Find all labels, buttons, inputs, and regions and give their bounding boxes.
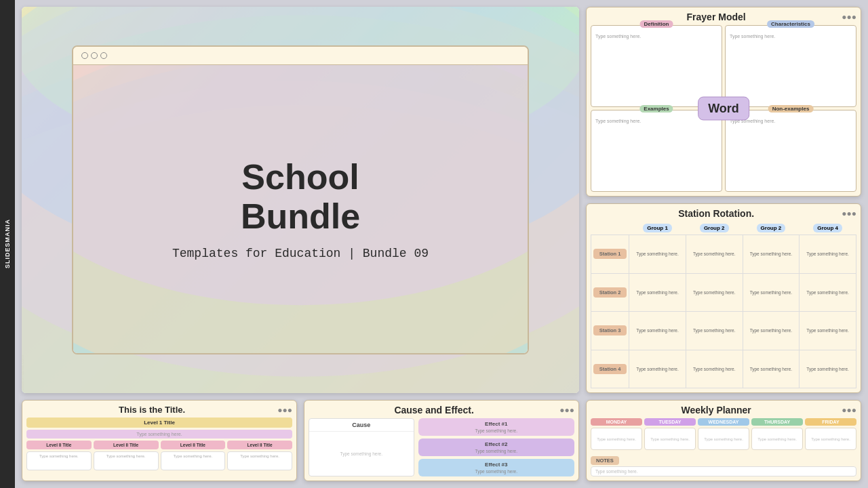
outline-level2-2: Level II Title [94,441,159,449]
table-row: Station 1 Type something here. Type some… [591,235,856,274]
slide1-main-title: SchoolBundle [241,158,360,235]
effect1-label: Effect #1 [485,421,507,427]
station1-label: Station 1 [593,249,627,259]
slide6-window-controls: ●●● [842,405,856,415]
station-group2-header: Group 2 [686,222,743,235]
slide5-header: Cause and Effect. ●●● [309,405,574,415]
station3-g4: Type something here. [800,312,856,350]
slide3-title: Station Rotation. [591,208,842,219]
station1-g4: Type something here. [800,235,856,274]
notes-input: Type something here. [591,466,856,476]
station-group4-header: Group 4 [800,222,856,235]
slide2-header: Frayer Model ●●● [591,12,856,22]
station-group1-header: Group 1 [629,222,686,235]
slide4-title: This is the Title. [26,405,277,415]
frayer-nonex-text: Type something here. [730,119,852,123]
outline-level3-row: Type something here. Type something here… [26,451,292,470]
effect-box-2: Effect #2 Type something here. [418,439,574,456]
slide4-window-controls: ●●● [277,405,292,415]
station3-g2: Type something here. [686,312,743,350]
slide1-subtitle: Templates for Education | Bundle 09 [172,247,429,260]
station1-g2: Type something here. [686,235,743,274]
outline-level2-row: Level II Title Level II Title Level II T… [26,441,292,449]
frayer-word: Word [698,97,749,121]
frayer-definition-label: Definition [640,20,673,28]
cause-label: Cause [309,419,414,432]
dot2 [91,52,98,59]
station4-g3: Type something here. [743,350,800,388]
slide6-title: Weekly Planner [591,405,842,415]
slide1-titlebar [73,47,528,65]
dot1 [81,52,88,59]
frayer-definition[interactable]: Definition Type something here. [591,25,722,107]
station4-g1: Type something here. [629,350,686,388]
effect-box-1: Effect #1 Type something here. [418,418,574,436]
slide3-window-controls: ●●● [842,209,856,218]
outline-level3-1: Type something here. [26,451,92,470]
weekly-cell-mon: Type something here. [591,428,642,450]
effects-column: Effect #1 Type something here. Effect #2… [418,418,574,476]
main-grid: SchoolBundle Templates for Education | B… [15,0,868,488]
slide1-browser-frame: SchoolBundle Templates for Education | B… [72,45,529,354]
outline-level2-4: Level II Title [227,441,292,449]
table-row: Station 2 Type something here. Type some… [591,273,856,312]
frayer-nonex-label: Non-examples [768,105,814,113]
day-tuesday: TUESDAY [644,418,696,426]
slide-weekly-planner[interactable]: Weekly Planner ●●● MONDAY TUESDAY WEDNES… [586,400,861,481]
weekly-days-header: MONDAY TUESDAY WEDNESDAY THURSDAY FRIDAY [591,418,856,426]
effect-box-3: Effect #3 Type something here. [418,459,574,476]
slide6-header: Weekly Planner ●●● [591,405,856,415]
day-wednesday: WEDNESDAY [698,418,749,426]
outline-level3-3: Type something here. [161,451,226,470]
frayer-examples-label: Examples [639,105,673,113]
slide1-content: SchoolBundle Templates for Education | B… [73,65,528,353]
outline-level3-2: Type something here. [94,451,159,470]
frayer-characteristics[interactable]: Characteristics Type something here. [725,25,856,107]
outline-level3-4: Type something here. [227,451,292,470]
slide5-content: Cause and Effect. ●●● Cause Type somethi… [304,401,578,481]
dot3 [100,52,107,59]
table-row: Station 3 Type something here. Type some… [591,312,856,350]
day-monday: MONDAY [591,418,642,426]
slide4-content: This is the Title. ●●● Level 1 Title Typ… [22,401,296,481]
slide-station-rotation[interactable]: Station Rotation. ●●● Group 1 Group 2 Gr… [586,203,861,393]
slide1-window-dots [81,52,107,59]
station3-g1: Type something here. [629,312,686,350]
station-group3-header: Group 2 [743,222,800,235]
station3-g3: Type something here. [743,312,800,350]
day-friday: FRIDAY [805,418,856,426]
weekly-cell-wed: Type something here. [698,428,749,450]
station2-label: Station 2 [593,287,627,298]
slide5-title: Cause and Effect. [309,405,559,415]
effect3-text: Type something here. [475,469,518,474]
slide1-background: SchoolBundle Templates for Education | B… [22,7,579,393]
slide2-window-controls: ●●● [842,12,856,22]
frayer-non-examples[interactable]: Non-examples Type something here. [725,110,856,192]
station2-g1: Type something here. [629,273,686,312]
effect2-label: Effect #2 [485,441,507,447]
outline-level1: Level 1 Title [26,418,292,428]
frayer-examples[interactable]: Examples Type something here. [591,110,722,192]
frayer-grid: Definition Type something here. Characte… [591,25,856,192]
effect3-label: Effect #3 [485,462,507,468]
slide-cause-effect[interactable]: Cause and Effect. ●●● Cause Type somethi… [304,400,579,481]
slide-outline[interactable]: This is the Title. ●●● Level 1 Title Typ… [22,400,297,481]
frayer-char-label: Characteristics [767,20,814,28]
weekly-cells: Type something here. Type something here… [591,428,856,450]
station3-label: Station 3 [593,325,627,336]
station1-g3: Type something here. [743,235,800,274]
slide-school-bundle[interactable]: SchoolBundle Templates for Education | B… [22,7,579,393]
effect1-text: Type something here. [475,428,518,433]
day-thursday: THURSDAY [751,418,803,426]
weekly-cell-thu: Type something here. [751,428,803,450]
station4-g4: Type something here. [800,350,856,388]
station2-g3: Type something here. [743,273,800,312]
slide5-window-controls: ●●● [559,405,574,415]
slide2-content: Frayer Model ●●● Definition Type somethi… [587,7,861,196]
frayer-definition-text: Type something here. [595,34,717,39]
station1-g1: Type something here. [629,235,686,274]
station2-g2: Type something here. [686,273,743,312]
notes-section: NOTES Type something here. [591,453,856,476]
station2-g4: Type something here. [800,273,856,312]
slide-frayer-model[interactable]: Frayer Model ●●● Definition Type somethi… [586,7,861,197]
